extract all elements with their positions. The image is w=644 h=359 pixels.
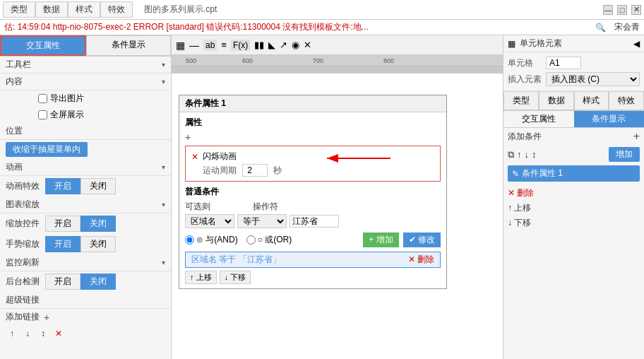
add-cond-label: 添加条件 <box>508 131 542 143</box>
modify-cond-button[interactable]: ✔ 修改 <box>403 233 441 247</box>
tool-shape[interactable]: ◣ <box>268 40 275 50</box>
animation-on-button[interactable]: 开启 <box>45 178 80 194</box>
fullscreen-input[interactable] <box>38 110 47 119</box>
cond-actions: ⧉ ↑ ↓ ↕ 增加 <box>503 145 644 164</box>
animation-off-button[interactable]: 关闭 <box>80 178 116 194</box>
tool-function[interactable]: F(x) <box>231 40 250 51</box>
section-hyperlink-label: 超级链接 <box>6 294 40 306</box>
down-icon[interactable]: ↓ <box>21 327 34 340</box>
minimize-button[interactable]: — <box>603 5 613 15</box>
cond-delete-button[interactable]: ✕ 删除 <box>408 254 434 266</box>
zoom-off-button[interactable]: 关闭 <box>80 216 116 232</box>
field-label: 单元格 <box>508 57 543 69</box>
section-position: 位置 <box>0 123 171 140</box>
tool-chart[interactable]: ▮▮ <box>254 40 264 50</box>
condition-panel: 条件属性 1 属性 + ✕ 闪烁动画 运动周期 2 <box>179 95 447 289</box>
tool-close[interactable]: ✕ <box>304 40 311 50</box>
titlebar: 类型 数据 样式 特效 图的多系列展示.cpt — □ ✕ <box>0 0 644 20</box>
backend-off-button[interactable]: 关闭 <box>80 273 116 290</box>
right-panel: ▦ 单元格元素 ◀ 单元格 插入元素 插入图表 (C) 类型 数据 样式 特效 <box>503 35 644 359</box>
right-tab-type[interactable]: 类型 <box>503 91 539 110</box>
add-cond-button[interactable]: + 增加 <box>363 233 398 247</box>
radio-and[interactable]: ⊙ 与(AND) <box>185 234 238 246</box>
add-link-label: 添加链接 <box>6 311 40 323</box>
move-up-button[interactable]: ↑ 上移 <box>185 271 217 284</box>
insert-select[interactable]: 插入图表 (C) <box>546 72 640 86</box>
close-button[interactable]: ✕ <box>631 5 641 15</box>
tab-special[interactable]: 特效 <box>100 1 133 18</box>
left-tab-interactive[interactable]: 交互属性 <box>0 35 86 56</box>
gesture-zoom-label: 手势缩放 <box>6 238 41 250</box>
add-modify-row: + 增加 ✔ 修改 <box>363 233 441 247</box>
right-top-tabs: 类型 数据 样式 特效 <box>503 91 644 111</box>
tool-arrow[interactable]: ↗ <box>280 40 287 50</box>
tool-line[interactable]: — <box>189 40 199 51</box>
up-icon[interactable]: ↑ <box>6 327 18 340</box>
tool-circle[interactable]: ◉ <box>292 40 299 50</box>
sort-icon[interactable]: ↕ <box>532 149 537 160</box>
right-tab-special[interactable]: 特效 <box>609 91 644 110</box>
radio-group: ⊙ 与(AND) ○ 或(OR) <box>185 234 292 246</box>
search-icon[interactable]: 🔍 <box>595 23 606 33</box>
fullscreen-checkbox[interactable]: 全屏展示 <box>38 109 84 121</box>
right-down-button[interactable]: ↓ 下移 <box>508 217 640 229</box>
add-cond-plus-button[interactable]: + <box>633 130 640 143</box>
canvas-area: 条件属性 1 属性 + ✕ 闪烁动画 运动周期 2 <box>172 66 503 359</box>
cond-op-select[interactable]: 等于 <box>237 214 287 228</box>
cond-col-labels: 可选则 操作符 <box>185 201 441 213</box>
maximize-button[interactable]: □ <box>617 5 627 15</box>
chevron-chart-zoom: ▾ <box>162 201 165 208</box>
zoom-control-label: 缩放控件 <box>6 218 41 230</box>
position-button[interactable]: 收缩于抽屉菜单内 <box>6 142 88 157</box>
add-right-button[interactable]: 增加 <box>609 147 640 162</box>
section-chart-zoom-label: 图表缩放 <box>6 199 40 211</box>
move-down-button[interactable]: ↓ 下移 <box>220 271 251 284</box>
anim-period-label: 运动周期 <box>203 165 237 177</box>
add-condition-row: 添加条件 + <box>503 128 644 145</box>
move-buttons: ↑ 上移 ↓ 下移 <box>185 271 441 284</box>
center-panel: ▦ — ab ≡ F(x) ▮▮ ◣ ↗ ◉ ✕ 500 600 700 800 <box>172 35 503 359</box>
copy-icon[interactable]: ⧉ <box>508 149 514 160</box>
delete-icon[interactable]: ✕ <box>52 327 65 340</box>
tool-grid[interactable]: ▦ <box>176 40 185 51</box>
swap-icon[interactable]: ↕ <box>37 327 49 340</box>
zoom-on-button[interactable]: 开启 <box>45 216 80 232</box>
gesture-on-button[interactable]: 开启 <box>45 236 80 252</box>
tool-text[interactable]: ab <box>203 40 217 51</box>
tab-data[interactable]: 数据 <box>35 1 68 18</box>
right-tab-data[interactable]: 数据 <box>539 91 574 110</box>
add-link-button[interactable]: + <box>44 312 49 323</box>
cond-field-select[interactable]: 区域名 <box>185 214 234 228</box>
radio-or[interactable]: ○ 或(OR) <box>246 234 292 246</box>
cond-value-input[interactable] <box>290 215 339 228</box>
right-up-button[interactable]: ↑ 上移 <box>508 202 640 214</box>
anim-period-input[interactable]: 2 <box>242 164 268 177</box>
add-link-row: 添加链接 + <box>0 309 171 325</box>
chevron-content: ▾ <box>162 78 165 86</box>
left-tab-condition[interactable]: 条件显示 <box>86 35 171 56</box>
attr-delete-button[interactable]: ✕ <box>191 152 198 162</box>
section-animation-label: 动画 <box>6 161 23 173</box>
export-image-input[interactable] <box>38 94 47 103</box>
gesture-off-button[interactable]: 关闭 <box>80 236 116 252</box>
backend-on-button[interactable]: 开启 <box>45 273 80 290</box>
right-cond-item[interactable]: ✎ 条件属性 1 <box>508 165 640 182</box>
canvas-toolbar: ▦ — ab ≡ F(x) ▮▮ ◣ ↗ ◉ ✕ <box>172 35 503 55</box>
right-delete-button[interactable]: ✕ 删除 <box>508 187 640 199</box>
ruler-mark-700: 700 <box>313 57 323 64</box>
tab-style[interactable]: 样式 <box>68 1 100 18</box>
backend-detect-label: 后台检测 <box>6 276 41 288</box>
right-subtab-interactive[interactable]: 交互属性 <box>503 111 574 127</box>
move-up-icon[interactable]: ↑ <box>517 149 522 160</box>
export-image-checkbox[interactable]: 导出图片 <box>38 93 84 105</box>
right-tab-style[interactable]: 样式 <box>574 91 609 110</box>
section-content: 内容 ▾ <box>0 73 171 90</box>
right-subtab-condition[interactable]: 条件显示 <box>574 111 645 127</box>
tool-align[interactable]: ≡ <box>221 40 227 50</box>
logbar: 估: 14:59:04 http-nio-8075-exec-2 ERROR [… <box>0 20 644 35</box>
tab-type[interactable]: 类型 <box>3 1 35 18</box>
field-input[interactable] <box>546 57 581 69</box>
radio-and-label: ⊙ 与(AND) <box>196 234 238 246</box>
move-down-icon[interactable]: ↓ <box>525 149 530 160</box>
attr-add-button[interactable]: + <box>185 131 191 143</box>
